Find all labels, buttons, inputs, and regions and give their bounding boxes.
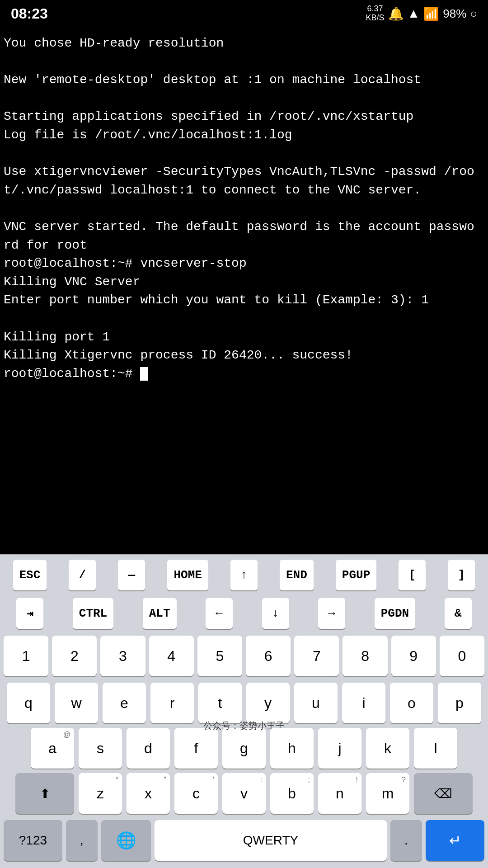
terminal[interactable]: You chose HD-ready resolution New 'remot… (0, 27, 488, 554)
battery-text: 98% (443, 7, 466, 21)
key-tab[interactable]: ⇥ (16, 598, 43, 629)
key-num-sym[interactable]: ?123 (4, 820, 62, 861)
key-end[interactable]: END (280, 560, 314, 590)
status-right: 6.37KB/S 🔔 ▲ 📶 98% ○ (366, 5, 477, 23)
battery-icon: ○ (470, 7, 477, 21)
key-0[interactable]: 0 (440, 636, 484, 676)
keyboard-main: 1 2 3 4 5 6 7 8 9 0 q w e r t y u i o p … (0, 632, 488, 868)
key-8[interactable]: 8 (343, 636, 387, 676)
terminal-cursor (140, 367, 148, 381)
key-j[interactable]: j (318, 728, 361, 769)
key-slash[interactable]: / (69, 560, 96, 590)
key-right-arrow[interactable]: → (318, 598, 345, 629)
key-comma[interactable]: , (66, 820, 98, 861)
key-pgdn[interactable]: PGDN (375, 598, 415, 629)
key-h[interactable]: h (270, 728, 314, 769)
key-bracket-open[interactable]: [ (399, 560, 426, 590)
key-z[interactable]: * z (79, 773, 122, 814)
key-globe[interactable]: 🌐 (101, 820, 151, 861)
network-speed: 6.37KB/S (366, 5, 384, 23)
key-r[interactable]: r (150, 683, 194, 723)
key-n[interactable]: ! n (318, 773, 361, 814)
status-time: 08:23 (11, 5, 48, 22)
keyboard-toolbar-row1: ESC / — HOME ↑ END PGUP [ ] (0, 554, 488, 595)
key-m-superscript: ? (402, 776, 406, 784)
key-1[interactable]: 1 (4, 636, 48, 676)
key-n-superscript: ! (356, 776, 358, 784)
key-enter[interactable]: ↵ (426, 820, 484, 861)
keyboard-bottom-row: ?123 , 🌐 QWERTY . ↵ (0, 818, 488, 866)
key-ampersand[interactable]: & (445, 598, 472, 629)
key-b[interactable]: ; b (270, 773, 314, 814)
key-bracket-close[interactable]: ] (448, 560, 475, 590)
key-backspace[interactable]: ⌫ (414, 773, 473, 814)
key-f[interactable]: f (174, 728, 218, 769)
key-5[interactable]: 5 (197, 636, 242, 676)
key-space[interactable]: QWERTY (155, 820, 387, 861)
key-q[interactable]: q (7, 683, 50, 723)
key-x-superscript: " (164, 776, 166, 784)
key-u[interactable]: u (294, 683, 338, 723)
key-a[interactable]: @ a (31, 728, 74, 769)
terminal-output: You chose HD-ready resolution New 'remot… (4, 34, 484, 383)
key-3[interactable]: 3 (100, 636, 145, 676)
key-m[interactable]: ? m (366, 773, 409, 814)
key-k[interactable]: k (366, 728, 409, 769)
key-a-superscript: @ (63, 731, 70, 739)
key-down-arrow[interactable]: ↓ (262, 598, 289, 629)
key-c-superscript: ' (213, 776, 214, 784)
key-o[interactable]: o (390, 683, 433, 723)
key-i[interactable]: i (342, 683, 385, 723)
key-p[interactable]: p (438, 683, 481, 723)
keyboard-toolbar-row2: ⇥ CTRL ALT ← ↓ → PGDN & (0, 595, 488, 632)
key-home[interactable]: HOME (167, 560, 208, 590)
key-b-superscript: ; (308, 776, 310, 784)
qwerty-row: q w e r t y u i o p (0, 683, 488, 723)
key-g[interactable]: 公众号：姿势小王子 g (222, 728, 266, 769)
key-left-arrow[interactable]: ← (206, 598, 233, 629)
key-2[interactable]: 2 (52, 636, 97, 676)
key-t[interactable]: t (198, 683, 242, 723)
key-7[interactable]: 7 (294, 636, 339, 676)
key-pgup[interactable]: PGUP (336, 560, 376, 590)
key-6[interactable]: 6 (246, 636, 291, 676)
key-alt[interactable]: ALT (143, 598, 177, 629)
number-row: 1 2 3 4 5 6 7 8 9 0 (0, 634, 488, 678)
notification-icon: 🔔 (388, 6, 404, 21)
key-z-superscript: * (116, 776, 118, 784)
key-e[interactable]: e (103, 683, 146, 723)
key-9[interactable]: 9 (391, 636, 436, 676)
key-ctrl[interactable]: CTRL (73, 598, 113, 629)
key-shift[interactable]: ⬆ (15, 773, 74, 814)
key-4[interactable]: 4 (149, 636, 194, 676)
key-esc[interactable]: ESC (13, 560, 47, 590)
key-w[interactable]: w (55, 683, 98, 723)
key-l[interactable]: l (414, 728, 457, 769)
signal-icon: 📶 (423, 6, 439, 21)
key-dash[interactable]: — (118, 560, 145, 590)
key-up-arrow[interactable]: ↑ (230, 560, 258, 590)
wifi-icon: ▲ (408, 6, 420, 21)
key-s[interactable]: s (79, 728, 122, 769)
key-x[interactable]: " x (127, 773, 170, 814)
status-bar: 08:23 6.37KB/S 🔔 ▲ 📶 98% ○ (0, 0, 488, 27)
zxcv-row: ⬆ * z " x ' c : v ; b ! n ? m ⌫ (0, 773, 488, 814)
asdf-row: @ a s d f 公众号：姿势小王子 g h j k l (0, 728, 488, 769)
key-period[interactable]: . (390, 820, 422, 861)
key-v-superscript: : (260, 776, 262, 784)
key-y[interactable]: y (246, 683, 290, 723)
key-c[interactable]: ' c (174, 773, 218, 814)
key-d[interactable]: d (127, 728, 170, 769)
key-v[interactable]: : v (222, 773, 266, 814)
